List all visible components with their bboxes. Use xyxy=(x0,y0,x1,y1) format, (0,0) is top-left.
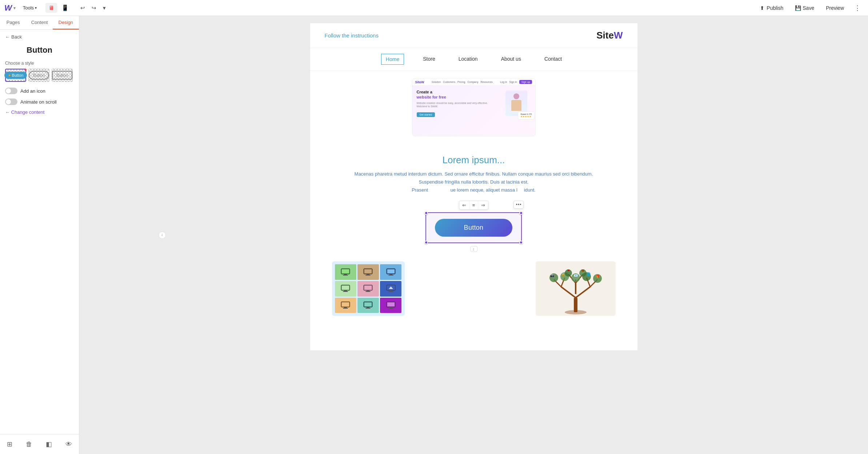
visibility-button[interactable]: 👁 xyxy=(63,438,74,450)
resize-handle-top-right[interactable] xyxy=(519,211,523,215)
main-button[interactable]: Button xyxy=(435,219,513,237)
mockup-topbar: SiteW Solution Customers Pricing Company… xyxy=(412,79,535,86)
monitor-icon-3 xyxy=(386,268,396,276)
button-style-preview-2: Button xyxy=(29,71,49,80)
desktop-view-button[interactable]: 🖥 xyxy=(45,3,57,13)
style-option-2[interactable]: Button xyxy=(28,69,49,82)
animate-scroll-toggle-row: Animate on scroll xyxy=(5,99,74,105)
style-option-1[interactable]: ★ Button ★ xyxy=(5,69,26,82)
svg-rect-35 xyxy=(388,308,393,309)
add-section-button[interactable]: ⊞ xyxy=(5,438,15,450)
svg-rect-13 xyxy=(342,286,349,290)
more-history-button[interactable]: ▾ xyxy=(100,3,109,13)
logo-w: W xyxy=(4,3,12,13)
nav-item-home[interactable]: Home xyxy=(381,54,404,65)
favorite-icon-1: ★ xyxy=(24,67,28,72)
mockup-rating: Rated 4.7/5 ★★★★★ xyxy=(518,112,534,120)
site-logo: SiteW xyxy=(596,30,623,41)
tab-design[interactable]: Design xyxy=(53,16,79,29)
svg-rect-26 xyxy=(344,307,347,308)
top-toolbar: W ▾ Tools ▾ 🖥 📱 ↩ ↪ ▾ ⬆ Publish 💾 Save P… xyxy=(0,0,868,16)
hero-image-section: SiteW Solution Customers Pricing Company… xyxy=(310,71,637,144)
back-link[interactable]: ← Back xyxy=(5,34,74,40)
change-content-link[interactable]: ← Change content xyxy=(5,109,74,115)
redo-button[interactable]: ↪ xyxy=(89,3,99,13)
resize-handle-bottom-left[interactable] xyxy=(424,241,428,244)
svg-rect-3 xyxy=(343,275,348,276)
svg-rect-29 xyxy=(364,302,372,306)
svg-rect-22 xyxy=(389,290,392,291)
save-button[interactable]: 💾 Save xyxy=(791,4,819,12)
add-icon-label: Add an icon xyxy=(20,88,45,94)
nav-item-about[interactable]: About us xyxy=(497,54,525,65)
widget-selection-box: Button xyxy=(425,212,522,243)
svg-rect-5 xyxy=(364,269,372,273)
resize-handle-top-left[interactable] xyxy=(424,211,428,215)
tab-pages[interactable]: Pages xyxy=(0,16,26,29)
save-icon: 💾 xyxy=(795,5,801,11)
resize-handle-bottom[interactable]: ↕ xyxy=(470,246,477,252)
undo-button[interactable]: ↩ xyxy=(77,3,88,13)
preview-button[interactable]: Preview xyxy=(821,4,848,12)
person-head xyxy=(513,93,519,99)
svg-rect-6 xyxy=(367,274,369,275)
add-icon-toggle[interactable] xyxy=(5,88,17,94)
mockup-cta[interactable]: Get started xyxy=(417,112,435,117)
button-style-preview-1: ★ Button xyxy=(4,72,27,79)
button-widget-area: ⇐ ≡ ⇒ ••• Button xyxy=(332,205,616,250)
more-options-button[interactable]: ⋮ xyxy=(851,3,864,13)
animate-scroll-label: Animate on scroll xyxy=(20,99,57,105)
svg-rect-18 xyxy=(367,290,369,291)
mockup-logo: SiteW xyxy=(415,80,424,84)
monitor-icon-7 xyxy=(340,301,351,309)
star-icon-1: ★ xyxy=(8,73,11,77)
tab-content[interactable]: Content xyxy=(26,16,52,29)
device-switcher: 🖥 📱 xyxy=(45,3,72,13)
style-option-3[interactable]: Button xyxy=(52,69,73,82)
tools-menu-button[interactable]: Tools ▾ xyxy=(20,4,40,12)
publish-icon: ⬆ xyxy=(760,5,764,11)
canvas-page: Follow the instructions SiteW Home Store… xyxy=(310,23,637,350)
grid-thumb-9 xyxy=(380,298,401,313)
animate-scroll-toggle[interactable] xyxy=(5,99,17,105)
logo-arrow[interactable]: ▾ xyxy=(13,6,16,11)
logo: W ▾ xyxy=(4,3,16,13)
svg-text:☎: ☎ xyxy=(581,269,585,272)
widget-more-options[interactable]: ••• xyxy=(513,201,524,209)
svg-rect-25 xyxy=(342,302,349,306)
mockup-body: Create a website for free Website creati… xyxy=(412,86,535,121)
nav-item-store[interactable]: Store xyxy=(419,54,439,65)
svg-text:🌐: 🌐 xyxy=(586,272,591,276)
delete-button[interactable]: 🗑 xyxy=(24,438,35,450)
align-center-button[interactable]: ≡ xyxy=(469,201,479,209)
main-layout: Pages Content Design ← Back Button Choos… xyxy=(0,16,868,454)
svg-line-38 xyxy=(576,287,590,298)
sidebar-tabs: Pages Content Design xyxy=(0,16,79,30)
sidebar-bottom: ⊞ 🗑 ◧ 👁 xyxy=(0,434,79,454)
grid-thumb-7 xyxy=(335,298,356,313)
align-left-button[interactable]: ⇐ xyxy=(459,201,469,209)
site-nav: Home Store Location About us Contact xyxy=(310,48,637,71)
monitor-icon-5 xyxy=(363,285,373,293)
svg-rect-34 xyxy=(389,307,392,308)
mobile-view-button[interactable]: 📱 xyxy=(59,3,72,13)
sidebar-collapse-button[interactable]: ‹ xyxy=(159,232,166,239)
monitors-grid xyxy=(332,261,405,316)
grid-thumb-5 xyxy=(357,281,379,297)
panel-title: Button xyxy=(5,45,74,55)
align-right-button[interactable]: ⇒ xyxy=(478,201,488,209)
svg-rect-31 xyxy=(365,308,371,309)
monitor-icon-4 xyxy=(340,285,351,293)
grid-thumb-3 xyxy=(380,264,401,280)
svg-rect-11 xyxy=(388,275,393,276)
publish-button[interactable]: ⬆ Publish xyxy=(756,4,788,12)
svg-text:🔒: 🔒 xyxy=(561,272,565,276)
resize-handle-bottom-right[interactable] xyxy=(519,241,523,244)
lorem-text: Macenas pharetra metud interdum dictum. … xyxy=(332,170,616,194)
nav-item-location[interactable]: Location xyxy=(454,54,482,65)
svg-rect-7 xyxy=(365,275,371,276)
mockup-image-col: Rated 4.7/5 ★★★★★ xyxy=(502,89,531,117)
layers-button[interactable]: ◧ xyxy=(44,438,54,450)
left-sidebar: Pages Content Design ← Back Button Choos… xyxy=(0,16,79,454)
nav-item-contact[interactable]: Contact xyxy=(540,54,566,65)
